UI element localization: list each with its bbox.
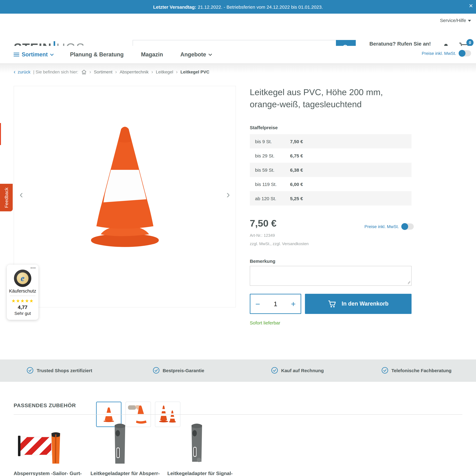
accessories-divider (14, 414, 462, 415)
feedback-tab-label: Feedback (4, 187, 9, 208)
breadcrumb-separator-icon: › (115, 69, 117, 75)
gallery-next-icon[interactable]: › (226, 188, 230, 201)
trust-item: Kauf auf Rechnung (238, 367, 357, 374)
breadcrumb: ‹ zurück | Sie befinden sich hier: › Sor… (14, 69, 209, 75)
trusted-shops-widget[interactable]: ••• e Käuferschutz ★★★★★ 4,77 Sehr gut (7, 265, 38, 320)
comment-textarea[interactable] (250, 266, 411, 286)
cart-icon (328, 300, 337, 308)
home-icon[interactable] (81, 69, 87, 75)
accessory-card-3[interactable]: Leitkegeladapter für Signal- (167, 420, 245, 476)
breadcrumb-current: Leitkegel PVC (180, 69, 209, 74)
tier-prices-label: Staffelpreise (250, 125, 278, 130)
breadcrumb-back-link[interactable]: zurück (18, 69, 30, 74)
tier-qty: ab 120 St. (250, 196, 290, 201)
tier-row: bis 59 St. 6,38 € (250, 163, 411, 177)
trust-item: Bestpreis-Garantie (119, 367, 238, 374)
banner-bold-text: Letzter Versandtag: (153, 4, 196, 9)
side-widget-edge (0, 123, 1, 145)
breadcrumb-sortiment[interactable]: Sortiment (94, 69, 113, 74)
tier-row: bis 9 St. 7,50 € (250, 134, 411, 148)
vat-toggle-top: Preise inkl. MwSt. (422, 50, 471, 56)
shipping-banner: Letzter Versandtag: 21.12.2022. - Betrie… (0, 0, 476, 14)
service-label: Service/Hilfe (440, 18, 466, 23)
back-chevron-icon: ‹ (14, 69, 16, 75)
tier-qty: bis 119 St. (250, 181, 290, 187)
nav-angebote[interactable]: Angebote (180, 51, 211, 58)
rating-stars: ★★★★★ (7, 298, 38, 304)
page: Letzter Versandtag: 21.12.2022. - Betrie… (0, 0, 476, 476)
check-circle-icon (27, 367, 34, 374)
nav-sortiment[interactable]: Sortiment (14, 51, 53, 58)
vat-toggle-inline: Preise inkl. MwSt. (364, 223, 414, 230)
tier-price: 6,38 € (290, 167, 303, 172)
buyer-protection-label: Käuferschutz (7, 288, 38, 293)
widget-divider (10, 296, 35, 296)
trust-item: Trusted Shops zertifiziert (0, 367, 119, 374)
feedback-tab[interactable]: Feedback (0, 184, 13, 211)
nav-angebote-label: Angebote (180, 51, 206, 58)
chevron-down-icon (209, 52, 212, 56)
check-circle-icon (271, 367, 278, 374)
quantity-minus-button[interactable]: − (255, 300, 260, 308)
product-title: Leitkegel aus PVC, Höhe 200 mm, orange-w… (250, 86, 417, 110)
banner-text: 21.12.2022. - Betriebsferien vom 24.12.2… (198, 4, 323, 9)
widget-menu-icon[interactable]: ••• (31, 265, 36, 270)
nav-planung[interactable]: Planung & Beratung (70, 51, 124, 58)
vat-toggle-top-switch[interactable] (459, 50, 471, 56)
tier-row: ab 120 St. 5,25 € (250, 191, 411, 205)
accessory-title: Absperrsystem -Sailor- Gurt- (14, 470, 91, 476)
tier-price: 6,75 € (290, 153, 303, 158)
tier-price: 5,25 € (290, 196, 303, 201)
accessory-card-2[interactable]: Leitkegeladapter für Absperr- (90, 420, 168, 476)
breadcrumb-separator-icon: › (176, 69, 178, 75)
breadcrumb-leitkegel[interactable]: Leitkegel (156, 69, 173, 74)
breadcrumb-absperrtechnik[interactable]: Absperrtechnik (120, 69, 149, 74)
nav-magazin[interactable]: Magazin (141, 51, 163, 58)
current-price: 7,50 € (250, 218, 276, 229)
tier-price-table: bis 9 St. 7,50 € bis 29 St. 6,75 € bis 5… (250, 134, 411, 205)
accessory-image-barrier (14, 420, 91, 464)
trust-item-label: Bestpreis-Garantie (163, 368, 204, 373)
tier-row: bis 29 St. 6,75 € (250, 148, 411, 163)
trust-bar: Trusted Shops zertifiziert Bestpreis-Gar… (0, 359, 476, 382)
product-image-cone (78, 123, 171, 254)
rating-value: 4,77 (7, 305, 38, 310)
breadcrumb-separator-icon: › (151, 69, 153, 75)
article-number: Art-Nr.: 12349 (250, 233, 275, 238)
breadcrumb-separator-icon: › (89, 69, 91, 75)
service-menu[interactable]: Service/Hilfe (440, 18, 471, 23)
accessory-title: Leitkegeladapter für Signal- (167, 470, 245, 476)
chevron-down-icon (50, 52, 54, 56)
cart-count-badge: 0 (466, 39, 474, 46)
tier-row: bis 119 St. 6,00 € (250, 177, 411, 191)
tier-price: 6,00 € (290, 181, 303, 187)
comment-label: Bemerkung (250, 258, 275, 264)
nav-sortiment-label: Sortiment (22, 51, 48, 58)
trusted-shops-e: e (17, 272, 29, 284)
trusted-shops-badge: e (14, 270, 31, 287)
product-title-line1: Leitkegel aus PVC, Höhe 200 mm, (250, 86, 417, 98)
trust-item-label: Kauf auf Rechnung (281, 368, 324, 373)
accessory-title: Leitkegeladapter für Absperr- (90, 470, 168, 476)
add-to-cart-label: In den Warenkorb (342, 301, 389, 307)
menu-icon (14, 52, 19, 57)
gallery-prev-icon[interactable]: ‹ (19, 188, 23, 201)
accessory-card-1[interactable]: Absperrsystem -Sailor- Gurt- (14, 420, 91, 476)
check-circle-icon (153, 367, 160, 374)
nav-magazin-label: Magazin (141, 51, 163, 58)
quantity-value[interactable]: 1 (274, 300, 277, 307)
caret-down-icon (468, 20, 471, 22)
quantity-stepper: − 1 + (250, 294, 301, 314)
breadcrumb-here-label: | Sie befinden sich hier: (33, 69, 78, 74)
tier-qty: bis 9 St. (250, 139, 290, 144)
quantity-plus-button[interactable]: + (291, 300, 296, 308)
add-to-cart-button[interactable]: In den Warenkorb (305, 294, 411, 314)
product-image-panel: ‹ › (14, 86, 236, 307)
availability-status: Sofort lieferbar (250, 320, 280, 325)
vat-toggle-top-label: Preise inkl. MwSt. (422, 51, 456, 56)
close-icon[interactable]: × (469, 2, 473, 9)
rating-verdict: Sehr gut (7, 311, 38, 316)
vat-toggle-inline-switch[interactable] (401, 223, 414, 230)
tier-price: 7,50 € (290, 139, 303, 144)
vat-toggle-inline-label: Preise inkl. MwSt. (364, 224, 399, 229)
